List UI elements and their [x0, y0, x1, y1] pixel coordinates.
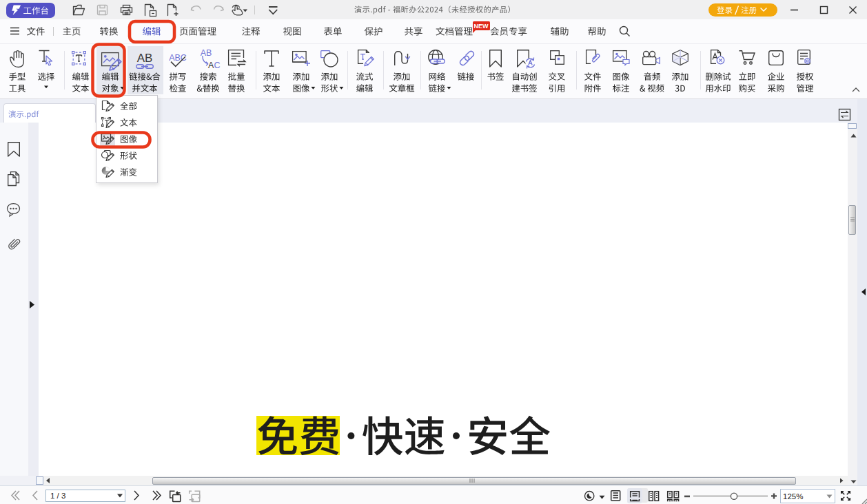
svg-text:NEW: NEW — [474, 23, 489, 30]
svg-text:AB: AB — [201, 48, 212, 58]
svg-text:AB: AB — [137, 52, 153, 65]
svg-text:1 / 3: 1 / 3 — [50, 492, 65, 500]
svg-text:125%: 125% — [783, 492, 803, 501]
svg-text:C: C — [214, 61, 221, 70]
